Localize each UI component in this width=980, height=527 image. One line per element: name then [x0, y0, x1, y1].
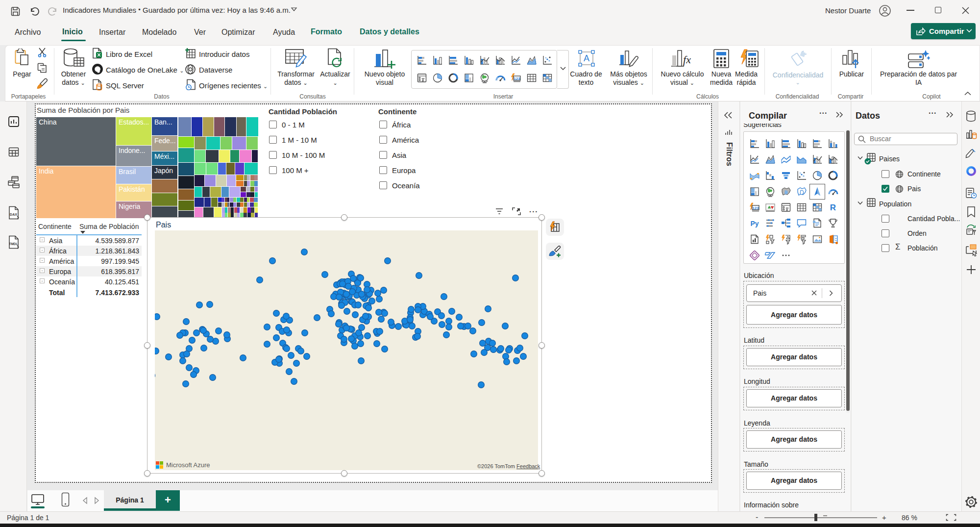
svg-text:123: 123 — [514, 76, 520, 81]
svg-text:A: A — [584, 53, 589, 63]
svg-text:123: 123 — [752, 206, 759, 210]
svg-text:fx: fx — [683, 53, 691, 66]
svg-text:TMDL: TMDL — [9, 242, 18, 246]
svg-text:Py: Py — [750, 220, 759, 227]
svg-text:R: R — [830, 203, 836, 212]
svg-text:DAX: DAX — [10, 213, 17, 216]
